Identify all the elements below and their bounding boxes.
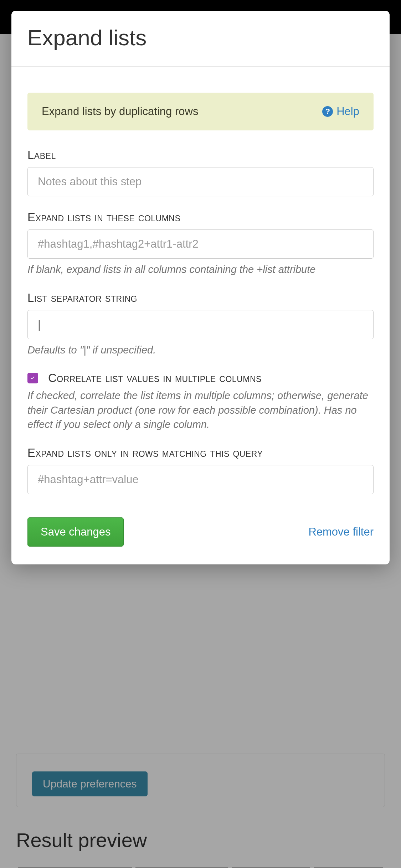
modal-footer: Save changes Remove filter — [27, 517, 374, 547]
correlate-checkbox[interactable] — [27, 373, 38, 383]
help-link[interactable]: ? Help — [322, 105, 359, 118]
query-input[interactable] — [27, 465, 374, 494]
correlate-help-text: If checked, correlate the list items in … — [27, 388, 374, 432]
modal-body: Expand lists by duplicating rows ? Help … — [11, 67, 390, 564]
separator-help-text: Defaults to "|" if unspecified. — [27, 343, 374, 357]
columns-group: Expand lists in these columns If blank, … — [27, 211, 374, 277]
columns-input[interactable] — [27, 229, 374, 259]
separator-field-label: List separator string — [27, 291, 374, 305]
separator-group: List separator string Defaults to "|" if… — [27, 291, 374, 357]
label-group: Label — [27, 148, 374, 196]
separator-input[interactable] — [27, 310, 374, 339]
correlate-field-label: Correlate list values in multiple column… — [48, 371, 262, 385]
columns-help-text: If blank, expand lists in all columns co… — [27, 262, 374, 277]
modal-header: Expand lists — [11, 11, 390, 67]
info-alert: Expand lists by duplicating rows ? Help — [27, 93, 374, 130]
help-link-label: Help — [336, 105, 359, 118]
help-icon: ? — [322, 106, 333, 117]
modal-title: Expand lists — [27, 25, 374, 50]
remove-filter-link[interactable]: Remove filter — [308, 526, 374, 538]
columns-field-label: Expand lists in these columns — [27, 211, 374, 224]
label-input[interactable] — [27, 167, 374, 196]
checkmark-icon — [29, 374, 36, 382]
alert-text: Expand lists by duplicating rows — [42, 105, 198, 118]
expand-lists-modal: Expand lists Expand lists by duplicating… — [11, 11, 390, 564]
label-field-label: Label — [27, 148, 374, 162]
correlate-group: Correlate list values in multiple column… — [27, 371, 374, 432]
save-button[interactable]: Save changes — [27, 517, 124, 547]
correlate-checkbox-row[interactable]: Correlate list values in multiple column… — [27, 371, 374, 385]
query-field-label: Expand lists only in rows matching this … — [27, 446, 374, 460]
query-group: Expand lists only in rows matching this … — [27, 446, 374, 494]
